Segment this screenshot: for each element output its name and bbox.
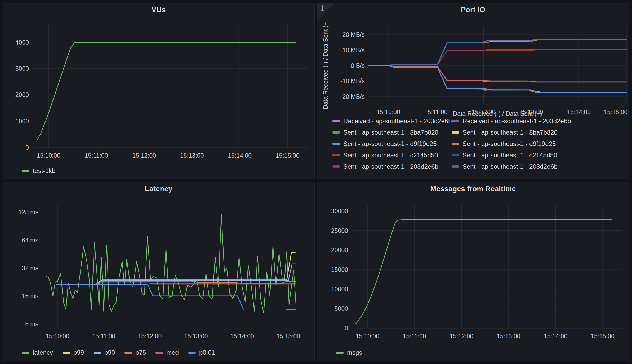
port-io-chart[interactable]: 20 MB/s10 MB/s0 B/s-10 MB/s-20 MB/s15:10… xyxy=(317,17,629,119)
legend-label: p90 xyxy=(104,349,115,356)
panel-messages-title[interactable]: Messages from Realtime xyxy=(430,185,516,193)
svg-text:5000: 5000 xyxy=(335,305,348,312)
legend-item[interactable]: p90 xyxy=(94,349,115,356)
svg-text:20000: 20000 xyxy=(331,247,348,254)
legend-swatch xyxy=(332,165,340,168)
latency-chart[interactable]: 8 ms16 ms32 ms64 ms128 ms15:10:0015:11:0… xyxy=(3,196,314,344)
legend-label: Sent - ap-southeast-1 - 8ba7b820 xyxy=(462,129,558,136)
svg-text:32 ms: 32 ms xyxy=(22,265,38,272)
svg-text:15:11:00: 15:11:00 xyxy=(424,109,448,116)
svg-text:3000: 3000 xyxy=(15,65,29,72)
svg-text:15:10:00: 15:10:00 xyxy=(376,109,400,116)
panel-latency-title[interactable]: Latency xyxy=(145,185,172,193)
legend-swatch xyxy=(94,352,101,354)
legend-item[interactable]: Sent - ap-southeast-1 - 8ba7b820 xyxy=(332,129,452,136)
svg-text:15:15:00: 15:15:00 xyxy=(604,109,627,116)
svg-text:64 ms: 64 ms xyxy=(22,237,38,244)
svg-text:0 B/s: 0 B/s xyxy=(351,62,365,69)
legend-swatch xyxy=(452,143,459,145)
legend-label: Received - ap-southeast-1 - 203d2e6b xyxy=(462,119,571,125)
port-io-legend-clip: Received - ap-southeast-1 - 203d2e6bSent… xyxy=(317,119,629,179)
panel-messages: Messages from Realtime 05000100001500020… xyxy=(317,182,629,361)
legend-label: test-1kb xyxy=(33,167,55,175)
svg-text:15000: 15000 xyxy=(331,266,348,273)
svg-text:Data Received (-) / Data Sent: Data Received (-) / Data Sent (+) xyxy=(453,110,542,117)
svg-text:0: 0 xyxy=(345,325,348,332)
panel-port-io-header: Port IO xyxy=(317,3,629,17)
legend-item[interactable]: p0.01 xyxy=(188,349,215,356)
svg-text:30000: 30000 xyxy=(331,208,348,215)
legend-label: p0.01 xyxy=(199,349,215,356)
legend-swatch xyxy=(63,352,70,354)
legend-item[interactable]: Sent - ap-southeast-1 - 8ba7b820 xyxy=(452,129,629,136)
panel-latency-header: Latency xyxy=(3,182,314,196)
svg-text:10000: 10000 xyxy=(331,286,348,293)
messages-legend: msgs xyxy=(317,344,629,361)
svg-text:15:10:00: 15:10:00 xyxy=(46,333,69,340)
legend-swatch xyxy=(188,352,196,354)
legend-item[interactable]: Sent - ap-southeast-1 - 203d2e6b xyxy=(332,163,452,170)
panel-info-corner-icon[interactable] xyxy=(317,3,335,20)
svg-text:15:15:00: 15:15:00 xyxy=(591,333,615,340)
svg-text:1000: 1000 xyxy=(15,118,29,125)
svg-text:15:15:00: 15:15:00 xyxy=(277,333,300,340)
svg-text:15:15:00: 15:15:00 xyxy=(276,152,300,159)
port-io-legend: Received - ap-southeast-1 - 203d2e6bSent… xyxy=(332,119,629,172)
legend-swatch xyxy=(332,143,340,145)
legend-swatch xyxy=(124,352,132,354)
svg-text:15:10:00: 15:10:00 xyxy=(355,333,379,340)
legend-swatch xyxy=(155,352,163,354)
svg-text:25000: 25000 xyxy=(331,227,348,234)
messages-chart[interactable]: 05000100001500020000250003000015:10:0015… xyxy=(317,196,629,344)
legend-swatch xyxy=(332,120,340,122)
legend-item[interactable]: Received - ap-southeast-1 - 203d2e6b xyxy=(332,119,452,125)
legend-label: msgs xyxy=(347,349,362,356)
legend-swatch xyxy=(452,131,459,134)
legend-label: Sent - ap-southeast-1 - c2145d50 xyxy=(462,152,557,159)
svg-text:16 ms: 16 ms xyxy=(22,292,38,299)
legend-item[interactable]: latency xyxy=(22,349,53,356)
svg-text:15:12:00: 15:12:00 xyxy=(132,152,156,159)
legend-label: p75 xyxy=(135,349,146,356)
svg-text:Data Received (-) / Data Sent: Data Received (-) / Data Sent (+ xyxy=(322,22,329,109)
panel-messages-header: Messages from Realtime xyxy=(317,182,629,196)
legend-item[interactable]: test-1kb xyxy=(22,167,55,175)
legend-label: Sent - ap-southeast-1 - 203d2e6b xyxy=(343,163,438,170)
svg-text:-20 MB/s: -20 MB/s xyxy=(340,93,365,100)
legend-item[interactable]: msgs xyxy=(336,349,362,356)
legend-swatch xyxy=(452,154,459,156)
svg-text:15:13:00: 15:13:00 xyxy=(184,333,208,340)
legend-swatch xyxy=(332,131,340,134)
svg-text:15:13:00: 15:13:00 xyxy=(180,152,204,159)
vus-chart[interactable]: 0100020003000400015:10:0015:11:0015:12:0… xyxy=(3,17,314,162)
legend-item[interactable]: Sent - ap-southeast-1 - c2145d50 xyxy=(332,152,452,159)
svg-text:15:11:00: 15:11:00 xyxy=(403,333,426,340)
panel-port-io-title[interactable]: Port IO xyxy=(461,6,485,14)
svg-text:15:14:00: 15:14:00 xyxy=(544,333,568,340)
legend-label: Received - ap-southeast-1 - 203d2e6b xyxy=(343,119,452,125)
svg-text:15:12:00: 15:12:00 xyxy=(450,333,474,340)
legend-label: Sent - ap-southeast-1 - 203d2e6b xyxy=(462,163,558,170)
legend-item[interactable]: p99 xyxy=(63,349,84,356)
svg-text:15:14:00: 15:14:00 xyxy=(230,333,254,340)
panel-latency: Latency 8 ms16 ms32 ms64 ms128 ms15:10:0… xyxy=(3,182,315,361)
svg-text:2000: 2000 xyxy=(15,91,29,98)
legend-label: p99 xyxy=(73,349,84,356)
legend-item[interactable]: Sent - ap-southeast-1 - c2145d50 xyxy=(452,152,629,159)
legend-item[interactable]: Sent - ap-southeast-1 - d9f19e25 xyxy=(332,140,452,148)
svg-text:15:10:00: 15:10:00 xyxy=(37,152,60,159)
svg-text:15:13:00: 15:13:00 xyxy=(497,333,520,340)
legend-item[interactable]: Received - ap-southeast-1 - 203d2e6b xyxy=(452,119,629,125)
svg-text:10 MB/s: 10 MB/s xyxy=(342,47,365,54)
legend-item[interactable]: Sent - ap-southeast-1 - d9f19e25 xyxy=(452,140,629,148)
legend-item[interactable]: p75 xyxy=(124,349,146,356)
panel-vus-title[interactable]: VUs xyxy=(152,6,166,14)
svg-text:15:14:00: 15:14:00 xyxy=(228,152,252,159)
svg-text:15:11:00: 15:11:00 xyxy=(92,333,115,340)
grafana-dashboard: { "theme": { "page_bg": "#111217", "pane… xyxy=(0,0,632,364)
legend-item[interactable]: Sent - ap-southeast-1 - 203d2e6b xyxy=(452,163,629,170)
panel-vus-header: VUs xyxy=(3,3,314,17)
vus-legend: test-1kb xyxy=(3,162,314,179)
svg-text:20 MB/s: 20 MB/s xyxy=(342,31,365,38)
legend-item[interactable]: med xyxy=(155,349,179,356)
